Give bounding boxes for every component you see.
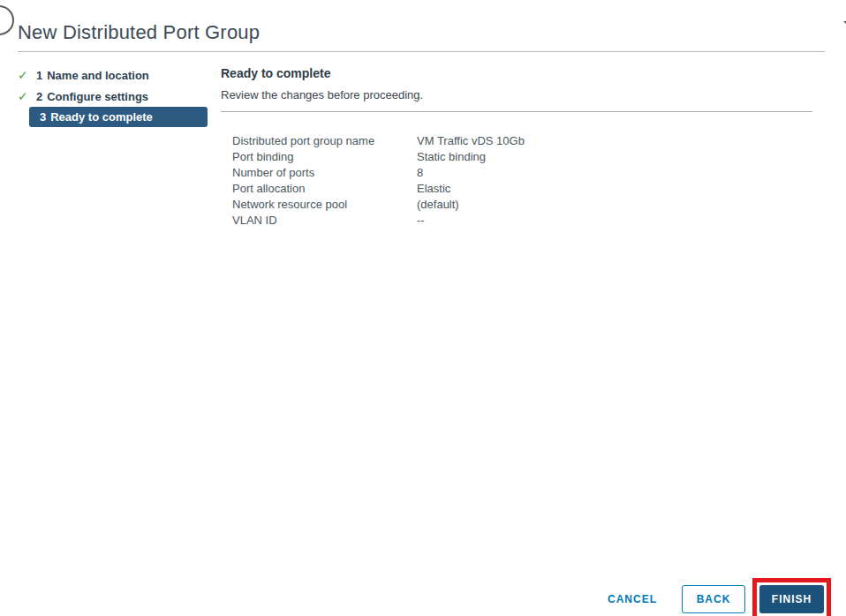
step-label: Name and location (47, 69, 149, 82)
annotation-highlight-box: FINISH (752, 578, 831, 616)
corner-arc-artifact (0, 5, 14, 35)
ready-to-complete-panel: Ready to complete Review the changes bef… (221, 64, 846, 229)
summary-label: Number of ports (232, 165, 417, 181)
wizard-step-ready-to-complete[interactable]: 3 Ready to complete (29, 107, 208, 127)
dialog-footer: CANCEL BACK FINISH (604, 578, 831, 616)
summary-row-port-allocation: Port allocation Elastic (232, 181, 812, 197)
check-icon: ✓ (18, 90, 30, 102)
summary-row-vlan-id: VLAN ID -- (232, 213, 812, 229)
wizard-steps-nav: ✓ 1 Name and location ✓ 2 Configure sett… (0, 64, 221, 229)
summary-value: VM Traffic vDS 10Gb (417, 133, 812, 149)
step-label: Configure settings (47, 90, 148, 103)
step-label: Ready to complete (50, 110, 153, 124)
summary-label: Distributed port group name (232, 133, 417, 149)
summary-row-network-resource-pool: Network resource pool (default) (232, 197, 812, 213)
summary-row-port-binding: Port binding Static binding (232, 149, 812, 165)
summary-row-number-of-ports: Number of ports 8 (232, 165, 812, 181)
panel-divider (221, 111, 812, 112)
new-distributed-port-group-dialog: New Distributed Port Group ✓ 1 Name and … (0, 21, 846, 616)
summary-value: 8 (417, 165, 812, 181)
check-icon: ✓ (18, 69, 30, 81)
summary-label: Network resource pool (232, 197, 417, 213)
summary-value: Static binding (417, 149, 812, 165)
summary-label: Port allocation (232, 181, 417, 197)
summary-value: -- (417, 213, 812, 229)
step-number: 3 (40, 110, 46, 124)
summary-label: VLAN ID (232, 213, 417, 229)
step-number: 2 (36, 90, 42, 103)
cancel-button[interactable]: CANCEL (604, 585, 661, 613)
summary-label: Port binding (232, 149, 417, 165)
finish-button[interactable]: FINISH (759, 585, 824, 613)
dialog-title: New Distributed Port Group (18, 21, 825, 44)
settings-summary-table: Distributed port group name VM Traffic v… (232, 133, 812, 229)
wizard-step-name-and-location[interactable]: ✓ 1 Name and location (0, 64, 221, 86)
dialog-body: ✓ 1 Name and location ✓ 2 Configure sett… (0, 64, 846, 229)
summary-value: (default) (417, 197, 812, 213)
back-button[interactable]: BACK (682, 585, 745, 613)
summary-row-port-group-name: Distributed port group name VM Traffic v… (232, 133, 812, 149)
step-number: 1 (36, 69, 42, 82)
title-divider (18, 51, 825, 52)
panel-heading: Ready to complete (221, 66, 812, 80)
wizard-step-configure-settings[interactable]: ✓ 2 Configure settings (0, 86, 221, 107)
summary-value: Elastic (417, 181, 812, 197)
panel-subheading: Review the changes before proceeding. (221, 88, 812, 101)
